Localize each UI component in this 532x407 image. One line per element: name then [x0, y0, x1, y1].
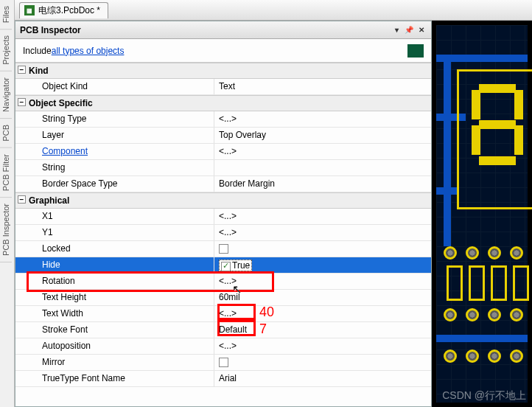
collapse-icon[interactable]: −	[18, 195, 26, 204]
prop-locked[interactable]: Locked	[15, 241, 431, 257]
cursor-icon: ↖	[232, 282, 242, 296]
section-graphical[interactable]: − Graphical	[15, 192, 431, 209]
prop-text-width[interactable]: Text Width <...>	[15, 306, 431, 322]
pcb-pad	[488, 308, 501, 321]
side-tab-files[interactable]: Files	[0, 0, 12, 29]
prop-truetype-font-name[interactable]: TrueType Font Name Arial	[15, 371, 431, 387]
smd-pad	[469, 265, 485, 301]
include-prefix: Include	[23, 46, 52, 56]
collapse-icon[interactable]: −	[18, 66, 26, 74]
prop-x1[interactable]: X1 <...>	[15, 209, 431, 225]
dropdown-icon[interactable]: ▾	[391, 25, 402, 35]
pcb-pad	[466, 349, 479, 363]
document-tab-label: 电综3.PcbDoc *	[38, 4, 100, 17]
inspector-title-text: PCB Inspector	[20, 25, 81, 35]
inspector-titlebar: PCB Inspector ▾ 📌 ✕	[15, 21, 431, 39]
pcb-pad	[444, 349, 457, 363]
side-tab-pcb-filter[interactable]: PCB Filter	[0, 148, 12, 198]
annotation-label-width: 7	[259, 321, 267, 337]
include-link[interactable]: all types of objects	[52, 46, 125, 56]
side-tab-navigator[interactable]: Navigator	[0, 72, 12, 119]
pcb-canvas[interactable]	[432, 21, 532, 407]
prop-mirror[interactable]: Mirror	[15, 355, 431, 371]
close-icon[interactable]: ✕	[416, 25, 427, 35]
pcb-pad	[444, 308, 457, 321]
property-grid[interactable]: − Kind Object Kind Text − Object Specifi…	[15, 63, 431, 406]
watermark: CSDN @行不地上	[442, 389, 526, 403]
collapse-icon[interactable]: −	[18, 98, 26, 106]
prop-rotation[interactable]: Rotation <...>	[15, 274, 431, 290]
prop-hide[interactable]: Hide True	[15, 257, 431, 274]
prop-string[interactable]: String	[15, 160, 431, 176]
smd-pad	[447, 265, 463, 301]
prop-y1[interactable]: Y1 <...>	[15, 225, 431, 241]
document-tab[interactable]: ▦ 电综3.PcbDoc *	[19, 2, 108, 18]
locked-checkbox[interactable]	[219, 244, 228, 254]
pcb-pad	[510, 308, 523, 321]
document-tab-bar: ▦ 电综3.PcbDoc *	[15, 0, 532, 21]
prop-layer[interactable]: Layer Top Overlay	[15, 128, 431, 144]
pcb-pad	[488, 349, 501, 363]
section-kind[interactable]: − Kind	[15, 63, 431, 79]
prop-text-height[interactable]: Text Height 60mil	[15, 290, 431, 306]
side-tab-pcb[interactable]: PCB	[0, 119, 12, 148]
pcb-doc-icon: ▦	[24, 5, 35, 15]
hide-checkbox[interactable]	[221, 262, 231, 271]
pcb-trace	[436, 335, 528, 342]
pcb-pad	[444, 246, 457, 260]
pcb-pad	[510, 246, 523, 260]
prop-border-space-type[interactable]: Border Space Type Border Margin	[15, 176, 431, 192]
mirror-checkbox[interactable]	[219, 358, 228, 367]
side-tab-pcb-inspector[interactable]: PCB Inspector	[0, 198, 12, 262]
pcb-pad	[466, 246, 479, 260]
pcb-pad	[466, 308, 479, 321]
annotation-label-height: 40	[259, 305, 274, 320]
section-object-specific[interactable]: − Object Specific	[15, 95, 431, 111]
prop-component[interactable]: Component <...>	[15, 144, 431, 160]
prop-autoposition[interactable]: Autoposition <...>	[15, 338, 431, 355]
pcb-pad	[510, 349, 523, 363]
prop-object-kind[interactable]: Object Kind Text	[15, 79, 431, 95]
side-tab-projects[interactable]: Projects	[0, 29, 12, 72]
smd-pad	[491, 265, 507, 301]
pcb-inspector-panel: PCB Inspector ▾ 📌 ✕ Include all types of…	[15, 21, 432, 407]
prop-stroke-font[interactable]: Stroke Font Default	[15, 322, 431, 338]
smd-pad	[513, 265, 529, 301]
chip-icon[interactable]	[407, 44, 424, 58]
seven-segment	[472, 84, 523, 165]
include-row: Include all types of objects	[15, 39, 431, 63]
prop-string-type[interactable]: String Type <...>	[15, 111, 431, 128]
side-tab-strip: Files Projects Navigator PCB PCB Filter …	[0, 0, 15, 407]
pcb-trace	[444, 55, 451, 246]
pin-icon[interactable]: 📌	[404, 25, 414, 35]
pcb-pad	[488, 246, 501, 260]
